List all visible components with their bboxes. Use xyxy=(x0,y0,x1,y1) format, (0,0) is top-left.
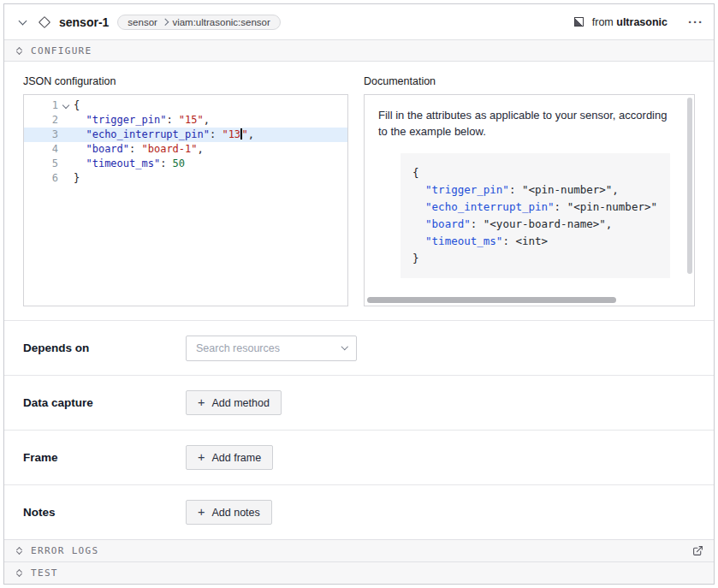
notes-label: Notes xyxy=(23,506,186,519)
code-token: , xyxy=(248,128,254,140)
configure-section-header[interactable]: CONFIGURE xyxy=(4,39,714,62)
documentation-panel: Fill in the attributes as applicable to … xyxy=(364,94,695,306)
collapse-card-button[interactable] xyxy=(15,15,30,30)
line-number: 2 xyxy=(24,113,58,128)
code-token xyxy=(74,128,86,140)
collapse-section-icon xyxy=(15,570,23,576)
plus-icon: + xyxy=(198,396,205,409)
code-token xyxy=(74,143,86,155)
code-text: "echo_interrupt_pin": "13", xyxy=(74,128,254,142)
fold-gutter xyxy=(58,128,74,142)
code-line[interactable]: 4 "board": "board-1", xyxy=(24,142,347,157)
frame-label: Frame xyxy=(23,451,186,464)
vertical-scrollbar[interactable] xyxy=(685,98,693,294)
code-line: "board": "<your-board-name>", xyxy=(412,216,658,233)
documentation-column: Documentation Fill in the attributes as … xyxy=(364,75,695,306)
from-label: from xyxy=(592,16,614,28)
add-frame-button[interactable]: + Add frame xyxy=(186,445,273,470)
module-name: ultrasonic xyxy=(616,16,668,28)
code-line: "timeout_ms": <int> xyxy=(412,233,658,250)
code-token xyxy=(412,183,425,196)
fold-gutter xyxy=(58,157,74,171)
line-number: 1 xyxy=(24,98,58,113)
code-line[interactable]: 2 "trigger_pin": "15", xyxy=(24,113,347,128)
add-notes-button-label: Add notes xyxy=(211,507,259,519)
add-method-button-label: Add method xyxy=(211,397,269,409)
code-line: { xyxy=(412,164,658,181)
code-token: "timeout_ms" xyxy=(425,235,502,247)
code-line[interactable]: 6} xyxy=(24,171,347,186)
code-line: } xyxy=(412,250,658,267)
code-token: , xyxy=(204,114,210,126)
add-notes-button[interactable]: + Add notes xyxy=(186,500,272,525)
select-placeholder: Search resources xyxy=(196,342,280,354)
code-line[interactable]: 3 "echo_interrupt_pin": "13", xyxy=(24,128,347,142)
line-number-gutter: 1 xyxy=(24,98,74,113)
open-external-icon[interactable] xyxy=(692,545,703,556)
code-token xyxy=(412,235,425,247)
collapse-section-icon xyxy=(15,548,23,554)
code-line[interactable]: 1{ xyxy=(24,98,347,113)
json-config-column: JSON configuration 1{2 "trigger_pin": "1… xyxy=(23,75,348,306)
code-text: "trigger_pin": "<pin-number>", xyxy=(412,181,619,199)
code-token xyxy=(412,217,425,230)
add-method-button[interactable]: + Add method xyxy=(186,390,282,415)
line-number-gutter: 6 xyxy=(24,171,74,186)
code-token: 50 xyxy=(173,157,185,169)
code-token: "board" xyxy=(425,217,471,230)
horizontal-scrollbar[interactable] xyxy=(367,297,682,304)
component-badges: sensor viam:ultrasonic:sensor xyxy=(117,15,280,30)
code-token: { xyxy=(74,99,80,111)
code-token: <int> xyxy=(515,235,548,247)
code-line[interactable]: 5 "timeout_ms": 50 xyxy=(24,157,347,171)
code-token: , xyxy=(198,143,204,155)
doc-intro-text: Fill in the attributes as applicable to … xyxy=(378,108,669,140)
more-menu-icon[interactable]: ··· xyxy=(688,15,703,28)
line-number: 5 xyxy=(24,157,58,171)
code-text: } xyxy=(74,171,80,186)
code-token: "<pin-number>" xyxy=(567,200,657,213)
code-token: : xyxy=(509,183,522,196)
code-token: } xyxy=(412,252,419,264)
code-token: , xyxy=(612,183,619,196)
code-token: : xyxy=(210,128,222,140)
line-number: 6 xyxy=(24,171,58,186)
depends-on-select[interactable]: Search resources xyxy=(186,336,357,361)
code-token: : xyxy=(471,217,484,230)
model-badge: viam:ultrasonic:sensor xyxy=(172,17,270,27)
code-token: "<your-board-name>" xyxy=(484,217,606,230)
plus-icon: + xyxy=(198,506,205,519)
code-token xyxy=(412,200,425,213)
configure-columns: JSON configuration 1{2 "trigger_pin": "1… xyxy=(23,75,695,320)
code-token: "board" xyxy=(86,143,129,155)
code-token: "<pin-number>" xyxy=(522,183,612,196)
fold-arrow-icon[interactable] xyxy=(58,98,74,113)
json-editor[interactable]: 1{2 "trigger_pin": "15",3 "echo_interrup… xyxy=(23,94,348,306)
fold-gutter xyxy=(58,171,74,186)
code-token: : xyxy=(160,157,172,169)
code-token: "timeout_ms" xyxy=(86,157,160,169)
error-logs-section-header[interactable]: ERROR LOGS xyxy=(4,539,714,561)
code-token: "echo_interrupt_pin" xyxy=(86,128,210,140)
code-token: { xyxy=(412,166,419,179)
line-number: 4 xyxy=(24,142,58,157)
data-capture-label: Data capture xyxy=(23,396,186,409)
plus-icon: + xyxy=(198,451,205,464)
code-text: { xyxy=(412,164,419,181)
component-title: sensor-1 xyxy=(59,15,109,29)
horizontal-scrollbar-thumb[interactable] xyxy=(367,297,616,303)
code-token: " xyxy=(242,128,248,140)
add-frame-button-label: Add frame xyxy=(211,452,261,464)
test-section-header[interactable]: TEST xyxy=(4,561,714,584)
notes-row: Notes + Add notes xyxy=(4,484,714,539)
code-text: "timeout_ms": 50 xyxy=(74,157,185,171)
code-token: } xyxy=(74,172,80,184)
fold-gutter xyxy=(58,142,74,157)
code-token: "trigger_pin" xyxy=(425,183,509,196)
code-text: "trigger_pin": "15", xyxy=(74,113,210,128)
code-token: : xyxy=(555,200,567,213)
vertical-scrollbar-thumb[interactable] xyxy=(687,98,692,274)
code-text: "timeout_ms": <int> xyxy=(412,233,548,250)
code-token: "board-1" xyxy=(141,143,197,155)
error-logs-section-label: ERROR LOGS xyxy=(31,545,98,556)
